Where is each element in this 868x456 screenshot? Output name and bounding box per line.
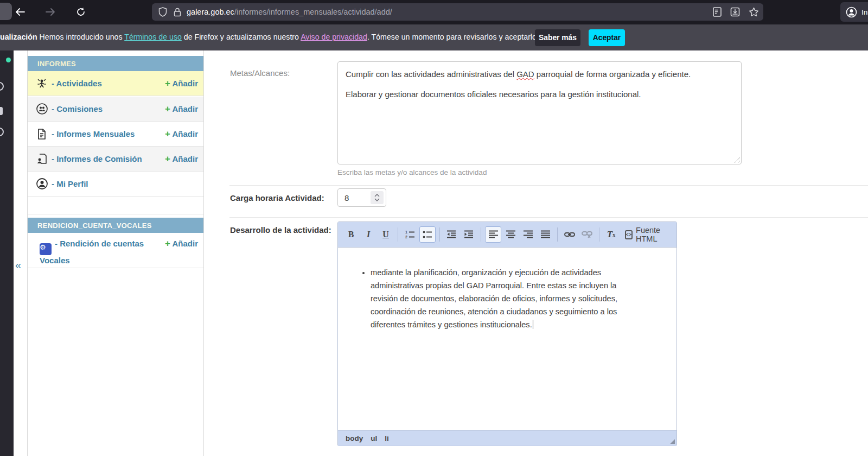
toolbar-separator [439, 227, 440, 242]
terms-of-use-link[interactable]: Términos de uso [124, 33, 182, 41]
accept-button[interactable]: Aceptar [589, 29, 625, 46]
sidebar-collapse-chevron[interactable]: « [15, 259, 21, 271]
align-left-button[interactable] [485, 226, 501, 243]
person-document-icon [35, 153, 48, 166]
notification-message: ualización Hemos introducido unos Términ… [0, 33, 542, 41]
source-button[interactable]: <> Fuente HTML [621, 226, 672, 243]
forward-button[interactable] [42, 4, 59, 20]
sidebar-item-informes-mensuales[interactable]: - Informes Mensuales + Añadir [28, 122, 203, 147]
svg-text:2: 2 [405, 235, 407, 239]
partial-toolbar-button[interactable] [0, 3, 12, 20]
url-bar[interactable]: galera.gob.ec/informes/informes_mensuale… [152, 3, 763, 21]
sidebar-item-mi-perfil[interactable]: - Mi Perfil [28, 172, 203, 197]
bullet-list-button[interactable] [419, 226, 436, 243]
section-header-rendicion: RENDICION_CUENTA_VOCALES [28, 218, 203, 233]
plus-icon: + [165, 154, 170, 164]
url-domain: galera.gob.ec [187, 8, 234, 16]
privacy-notice-link[interactable]: Aviso de privacidad [301, 33, 367, 41]
row-divider [229, 185, 868, 186]
sidebar-item-rendicion-cuentas[interactable]: ⚙- Rendición de cuentas Vocales + Añadir [28, 233, 203, 268]
metas-textarea[interactable]: Cumplir con las actividades administrati… [337, 61, 742, 164]
text-caret [533, 320, 533, 329]
path-body[interactable]: body [346, 434, 363, 442]
sidebar-item-informes-comision[interactable]: - Informes de Comisión + Añadir [28, 147, 203, 172]
unlink-button[interactable] [579, 226, 595, 243]
profile-circle-icon [35, 178, 48, 191]
account-icon [846, 7, 857, 18]
browser-toolbar: galera.gob.ec/informes/informes_mensuale… [0, 0, 868, 24]
outdent-button[interactable] [443, 226, 459, 243]
toolbar-separator [398, 227, 398, 242]
path-ul[interactable]: ul [371, 434, 377, 442]
activity-person-icon [35, 77, 48, 90]
align-right-button[interactable] [520, 226, 536, 243]
sidebar-item-label: - Informes Mensuales [52, 129, 135, 138]
tracking-shield-icon[interactable] [158, 7, 167, 17]
partial-tab-icon[interactable] [0, 82, 4, 91]
bookmark-star-icon[interactable] [749, 7, 759, 17]
add-comision-link[interactable]: + Añadir [165, 104, 198, 115]
gear-icon: ⚙ [40, 243, 52, 255]
plus-icon: + [165, 104, 170, 114]
numbered-list-button[interactable]: 12 [402, 226, 418, 243]
misspelled-word: GAD [516, 69, 534, 79]
row-divider [229, 217, 868, 218]
editor-element-path: body ul li [338, 430, 676, 446]
url-text: galera.gob.ec/informes/informes_mensuale… [187, 8, 392, 16]
sidebar-item-label: - Comisiones [52, 104, 103, 113]
url-path: /informes/informes_mensuales/actividad/a… [234, 8, 392, 16]
plus-icon: + [165, 129, 170, 139]
path-li[interactable]: li [385, 434, 389, 442]
toolbar-separator [599, 227, 599, 242]
group-circle-icon [35, 103, 48, 116]
firefox-notification-bar: ualización Hemos introducido unos Términ… [0, 24, 868, 50]
justify-button[interactable] [537, 226, 553, 243]
link-button[interactable] [561, 226, 578, 243]
learn-more-button[interactable]: Saber más [535, 29, 580, 46]
vertical-tab-strip [0, 50, 14, 456]
empty-row [28, 197, 203, 214]
toolbar-separator [557, 227, 558, 242]
account-button[interactable]: Ini [840, 2, 868, 22]
editor-content-area[interactable]: mediante la planificación, organización … [338, 248, 676, 430]
metas-label: Metas/Alcances: [230, 68, 290, 78]
partial-tab-icon[interactable] [0, 128, 4, 136]
metas-help-text: Escriba las metas y/o alcances de la act… [337, 168, 487, 176]
toolbar-separator [481, 227, 481, 242]
source-button-label: Fuente HTML [636, 226, 667, 243]
sidebar-item-comisiones[interactable]: - Comisiones + Añadir [28, 97, 203, 122]
sidebar-item-actividades[interactable]: - Actividades + Añadir [28, 71, 203, 96]
add-informe-mensual-link[interactable]: + Añadir [165, 129, 198, 140]
svg-text:1: 1 [405, 230, 407, 234]
sidebar-item-label: - Rendición de cuentas Vocales [40, 239, 144, 265]
number-spinner[interactable] [371, 191, 384, 204]
editor-resize-handle[interactable] [670, 439, 675, 444]
document-icon [35, 128, 48, 141]
add-actividad-link[interactable]: + Añadir [165, 78, 198, 89]
remove-format-button[interactable]: Tx [603, 226, 620, 243]
reader-mode-icon[interactable] [713, 7, 722, 17]
bold-button[interactable]: B [343, 226, 359, 243]
editor-toolbar: B I U 12 [338, 222, 676, 248]
editor-bullet-item: mediante la planificación, organización … [371, 266, 632, 331]
italic-button[interactable]: I [360, 226, 376, 243]
reload-button[interactable] [73, 4, 89, 20]
align-center-button[interactable] [502, 226, 519, 243]
partial-tab-icon[interactable] [0, 107, 3, 115]
add-rendicion-link[interactable]: + Añadir [165, 238, 198, 249]
textarea-resize-handle[interactable] [733, 156, 740, 163]
indent-button[interactable] [461, 226, 477, 243]
sidebar-item-label: - Mi Perfil [52, 179, 88, 188]
desarrollo-label: Desarrollo de la actividad: [230, 225, 331, 235]
save-page-icon[interactable] [730, 7, 740, 17]
back-button[interactable] [12, 4, 28, 20]
sidebar-item-label: - Actividades [52, 79, 102, 88]
underline-button[interactable]: U [378, 226, 394, 243]
lock-icon[interactable] [174, 8, 181, 17]
page-content: « INFORMES - Actividades + Añadir - Comi… [0, 50, 868, 456]
account-label: Ini [861, 8, 868, 16]
carga-horaria-label: Carga horaria Actividad: [230, 193, 324, 202]
plus-icon: + [165, 78, 170, 88]
add-informe-comision-link[interactable]: + Añadir [165, 154, 198, 164]
sidebar-menu: INFORMES - Actividades + Añadir - Comisi… [27, 50, 204, 456]
